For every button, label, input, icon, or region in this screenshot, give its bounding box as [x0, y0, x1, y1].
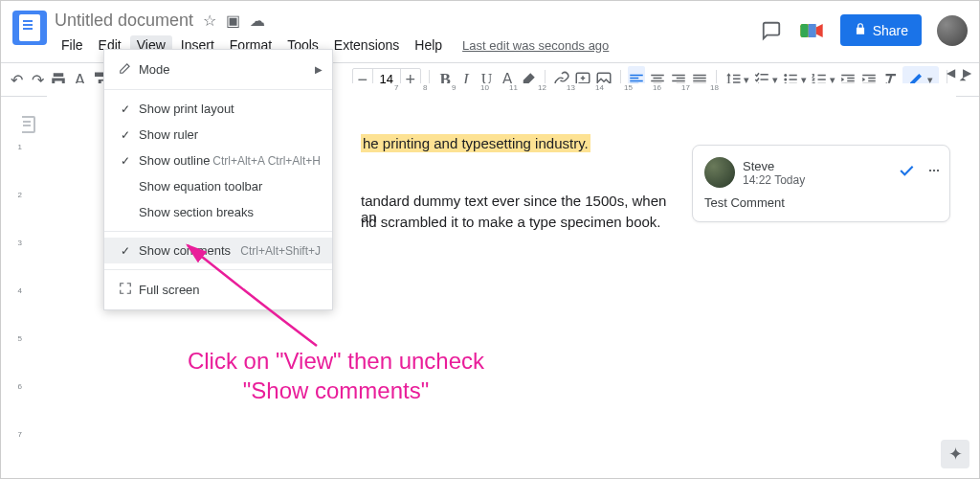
redo-button[interactable]: ↷	[30, 66, 47, 93]
user-avatar[interactable]	[937, 15, 968, 46]
svg-marker-2	[815, 24, 822, 37]
lock-icon	[854, 22, 867, 38]
document-text[interactable]: nd scrambled it to make a type specimen …	[361, 214, 661, 230]
star-icon[interactable]: ☆	[203, 11, 216, 30]
cloud-status-icon[interactable]: ☁	[250, 11, 265, 30]
menu-extensions[interactable]: Extensions	[327, 35, 406, 55]
svg-point-5	[784, 74, 787, 77]
docs-logo[interactable]	[12, 9, 47, 45]
explore-button[interactable]: ✦	[941, 440, 969, 468]
fullscreen-icon	[116, 282, 135, 298]
svg-marker-3	[808, 24, 815, 37]
move-icon[interactable]: ▣	[226, 11, 240, 30]
check-icon: ✓	[116, 244, 135, 258]
menu-show-print-layout[interactable]: ✓ Show print layout	[104, 96, 332, 122]
pencil-icon	[116, 61, 135, 78]
comment-more-icon[interactable]: ⠇	[925, 168, 941, 178]
share-button-label: Share	[873, 23, 908, 38]
comment-body: Test Comment	[704, 195, 938, 210]
scroll-right-icon[interactable]: ▶	[963, 66, 971, 80]
check-icon: ✓	[116, 154, 135, 168]
menu-show-equation-toolbar[interactable]: Show equation toolbar	[104, 173, 332, 199]
menu-show-section-breaks[interactable]: Show section breaks	[104, 199, 332, 225]
svg-point-6	[784, 79, 787, 81]
document-text-highlighted[interactable]: he printing and typesetting industry.	[361, 134, 590, 152]
document-title[interactable]: Untitled document	[55, 11, 193, 31]
share-button[interactable]: Share	[840, 14, 922, 46]
svg-rect-1	[800, 24, 808, 37]
meet-icon[interactable]	[798, 17, 825, 44]
menu-file[interactable]: File	[55, 35, 90, 55]
last-edit-link[interactable]: Last edit was seconds ago	[462, 38, 609, 53]
resolve-comment-icon[interactable]	[897, 161, 916, 184]
view-menu-dropdown: Mode ▶ ✓ Show print layout ✓ Show ruler …	[103, 49, 333, 310]
vertical-ruler: 1 2 3 4 5 6 7	[9, 97, 22, 478]
menu-show-comments[interactable]: ✓ Show comments Ctrl+Alt+Shift+J	[104, 238, 332, 263]
menu-mode[interactable]: Mode ▶	[104, 56, 332, 83]
comment-avatar	[704, 157, 735, 188]
scroll-left-icon[interactable]: ◀	[947, 66, 955, 80]
comment-timestamp: 14:22 Today	[743, 173, 805, 187]
undo-button[interactable]: ↶	[9, 66, 26, 93]
chevron-right-icon: ▶	[315, 64, 323, 75]
check-icon: ✓	[116, 103, 135, 116]
menu-show-outline[interactable]: ✓ Show outline Ctrl+Alt+A Ctrl+Alt+H	[104, 148, 332, 173]
menu-full-screen[interactable]: Full screen	[104, 276, 332, 304]
check-icon: ✓	[116, 128, 135, 142]
comment-card[interactable]: Steve 14:22 Today ⠇ Test Comment	[692, 145, 950, 222]
menu-help[interactable]: Help	[408, 35, 449, 55]
comment-author: Steve	[743, 159, 805, 173]
menu-show-ruler[interactable]: ✓ Show ruler	[104, 122, 332, 148]
open-comments-icon[interactable]	[760, 19, 783, 42]
